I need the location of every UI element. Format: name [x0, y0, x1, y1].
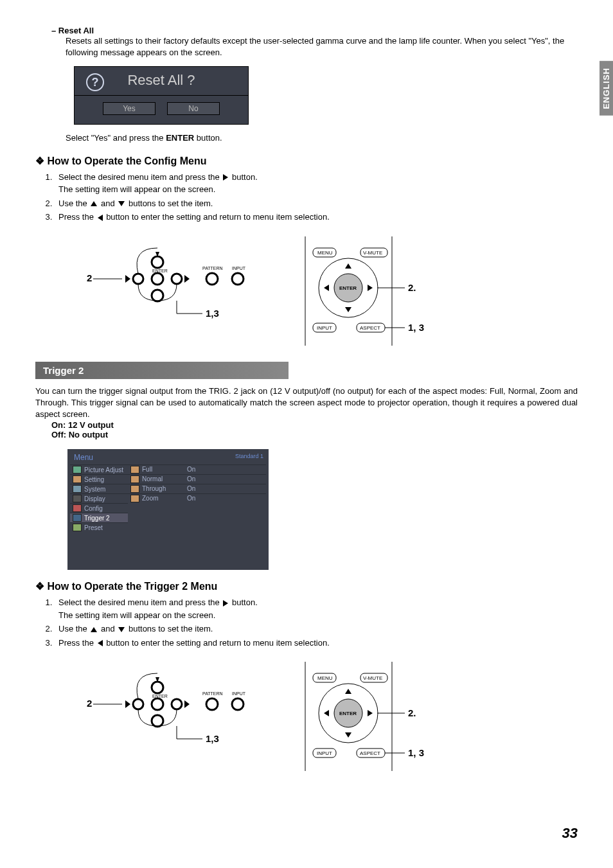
svg-text:ENTER: ENTER	[152, 269, 168, 273]
down-arrow-icon	[118, 627, 125, 632]
up-arrow-icon	[91, 201, 97, 206]
svg-text:ASPECT: ASPECT	[360, 325, 380, 331]
no-button[interactable]: No	[167, 102, 220, 115]
right-arrow-icon	[223, 600, 228, 607]
reset-after-text: Select "Yes" and press the ENTER button.	[66, 132, 578, 144]
svg-point-41	[133, 699, 143, 709]
svg-text:INPUT: INPUT	[232, 691, 246, 696]
svg-text:V-MUTE: V-MUTE	[363, 675, 382, 681]
trigger-step-1: Select the desired menu item and press t…	[55, 596, 578, 621]
svg-marker-22	[345, 263, 351, 269]
reset-all-body: Resets all settings to their factory def…	[66, 35, 578, 58]
svg-text:MENU: MENU	[317, 250, 333, 256]
svg-text:1,3: 1,3	[206, 308, 219, 319]
language-tab: ENGLISH	[600, 61, 613, 116]
svg-text:MENU: MENU	[317, 675, 333, 681]
config-step-3: Press the button to enter the setting an…	[55, 211, 578, 224]
svg-marker-63	[368, 710, 373, 716]
svg-marker-2	[125, 275, 130, 283]
question-icon: ?	[86, 73, 104, 91]
svg-point-7	[172, 274, 182, 284]
config-steps: Select the desired menu item and press t…	[35, 171, 578, 224]
trigger-ops-heading: How to Operate the Trigger 2 Menu	[35, 580, 578, 592]
svg-marker-8	[184, 275, 190, 283]
reset-all-heading: – Reset All	[51, 26, 578, 35]
trigger-ops-steps: Select the desired menu item and press t…	[35, 596, 578, 649]
svg-text:INPUT: INPUT	[232, 266, 246, 270]
svg-text:2.: 2.	[408, 282, 416, 293]
svg-text:PATTERN: PATTERN	[202, 691, 223, 696]
svg-point-50	[232, 698, 244, 710]
yes-button[interactable]: Yes	[103, 102, 155, 115]
svg-marker-40	[125, 700, 130, 708]
svg-text:1, 3: 1, 3	[408, 322, 424, 333]
svg-text:2: 2	[87, 698, 92, 709]
svg-marker-23	[345, 307, 351, 312]
menu-title: Menu	[74, 453, 262, 462]
left-arrow-icon	[98, 215, 103, 221]
svg-point-47	[152, 715, 163, 727]
svg-text:ASPECT: ASPECT	[360, 750, 380, 756]
svg-point-12	[232, 273, 244, 285]
reset-dialog: ? Reset All ? Yes No	[74, 66, 249, 125]
menu-left-col: Picture Adjust Setting System Display Co…	[70, 465, 128, 532]
svg-text:2.: 2.	[408, 707, 416, 718]
dialog-title: ? Reset All ?	[75, 67, 248, 96]
svg-marker-61	[345, 732, 351, 738]
svg-text:V-MUTE: V-MUTE	[363, 250, 382, 256]
dialog-title-text: Reset All ?	[127, 72, 195, 88]
svg-text:ENTER: ENTER	[152, 694, 168, 698]
down-arrow-icon	[118, 201, 125, 206]
remote-diagram-2: 2 ENTER PATTERN INPUT 1,3	[74, 662, 260, 771]
svg-marker-62	[324, 710, 329, 716]
svg-point-43	[152, 698, 163, 710]
config-step-1: Select the desired menu item and press t…	[55, 171, 578, 196]
control-panel-diagram-2: ENTER MENU V-MUTE INPUT ASPECT 2. 1, 3	[299, 662, 485, 771]
remote-diagram: 2 ENTER PATTERN INPUT 1,3	[74, 236, 260, 346]
left-arrow-icon	[98, 640, 103, 646]
svg-text:2: 2	[87, 272, 92, 283]
menu-mode: Standard 1	[235, 453, 263, 459]
svg-marker-25	[368, 285, 373, 291]
right-arrow-icon	[223, 174, 228, 181]
trigger-off: Off: No output	[51, 430, 578, 439]
svg-text:INPUT: INPUT	[317, 750, 332, 756]
trigger2-heading: Trigger 2	[35, 362, 289, 379]
svg-text:ENTER: ENTER	[339, 285, 357, 291]
menu-right-col: FullOn NormalOn ThroughOn ZoomOn	[128, 465, 266, 532]
svg-point-10	[206, 273, 218, 285]
up-arrow-icon	[91, 627, 97, 632]
trigger-step-3: Press the button to enter the setting an…	[55, 637, 578, 650]
svg-point-42	[152, 682, 163, 693]
svg-text:1, 3: 1, 3	[408, 747, 424, 758]
svg-marker-24	[324, 285, 329, 291]
svg-text:INPUT: INPUT	[317, 325, 332, 331]
svg-point-4	[152, 256, 163, 268]
trigger-step-2: Use the and buttons to set the item.	[55, 623, 578, 635]
config-step-2: Use the and buttons to set the item.	[55, 197, 578, 210]
svg-marker-46	[184, 700, 190, 708]
trigger2-body: You can turn the trigger signal output f…	[35, 385, 578, 421]
svg-text:PATTERN: PATTERN	[202, 266, 223, 270]
trigger-on: On: 12 V output	[51, 420, 578, 430]
page-number: 33	[562, 825, 578, 842]
osd-menu: Menu Standard 1 Picture Adjust Setting S…	[67, 449, 269, 570]
control-panel-diagram: ENTER MENU V-MUTE INPUT ASPECT 2. 1, 3	[299, 236, 485, 346]
svg-text:ENTER: ENTER	[339, 711, 357, 716]
svg-point-9	[152, 290, 163, 301]
svg-point-48	[206, 698, 218, 710]
svg-point-3	[133, 274, 143, 284]
svg-text:1,3: 1,3	[206, 733, 219, 744]
svg-point-5	[152, 273, 163, 285]
config-heading: How to Operate the Config Menu	[35, 155, 578, 167]
svg-marker-60	[345, 689, 351, 694]
svg-point-45	[172, 699, 182, 709]
